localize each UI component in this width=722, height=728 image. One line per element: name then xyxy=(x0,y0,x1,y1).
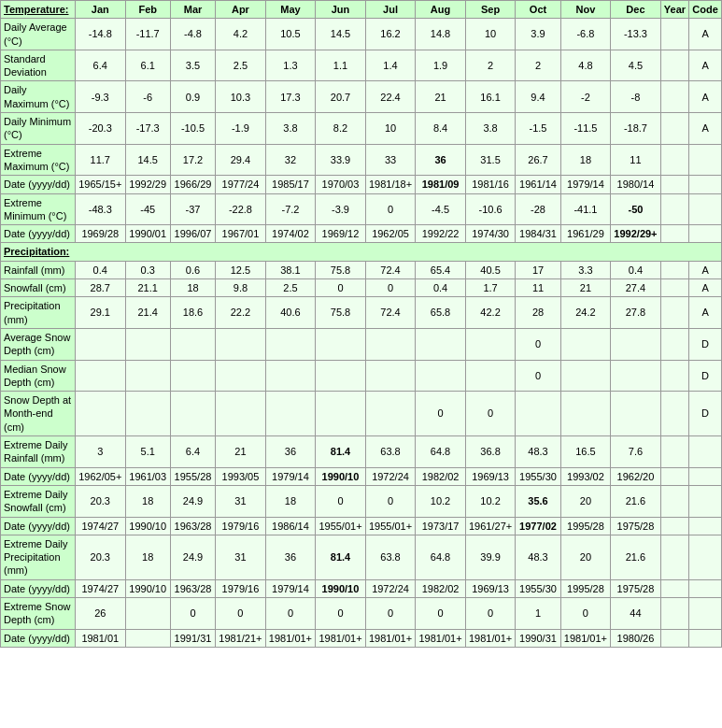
cell-r9-c8: 40.5 xyxy=(465,261,516,278)
cell-r4-c12 xyxy=(660,144,688,176)
cell-r20-c9: 1955/30 xyxy=(516,579,560,597)
cell-r4-c10: 18 xyxy=(560,144,611,176)
cell-r2-c10: -2 xyxy=(560,81,611,113)
cell-r0-c4: 10.5 xyxy=(265,19,316,50)
cell-r13-c9: 0 xyxy=(516,360,560,392)
cell-r9-c9: 17 xyxy=(516,261,560,278)
cell-r9-c1: 0.3 xyxy=(125,261,170,278)
cell-r0-c6: 16.2 xyxy=(365,19,416,50)
cell-r16-c3: 1993/05 xyxy=(216,467,266,485)
cell-r1-c3: 2.5 xyxy=(216,50,266,81)
cell-r20-c0: 1974/27 xyxy=(76,579,126,597)
cell-r10-c5: 0 xyxy=(316,279,366,297)
cell-r22-c10: 1981/01+ xyxy=(560,629,611,647)
cell-r5-c4: 1985/17 xyxy=(265,176,316,193)
cell-r18-c13 xyxy=(689,517,722,535)
cell-r17-c0: 20.3 xyxy=(76,485,126,517)
cell-r17-c2: 24.9 xyxy=(170,485,215,517)
cell-r4-c3: 29.4 xyxy=(216,144,266,176)
cell-r17-c12 xyxy=(660,485,688,517)
cell-r3-c10: -11.5 xyxy=(560,113,611,145)
col-header-dec: Dec xyxy=(611,1,661,19)
cell-r15-c7: 64.8 xyxy=(416,436,466,468)
cell-r22-c5: 1981/01+ xyxy=(316,629,366,647)
cell-r20-c4: 1979/14 xyxy=(265,579,316,597)
cell-r1-c6: 1.4 xyxy=(365,50,416,81)
cell-r2-c12 xyxy=(660,81,688,113)
table-row: Median Snow Depth (cm)0D xyxy=(1,360,722,392)
cell-r18-c10: 1995/28 xyxy=(560,517,611,535)
cell-r6-c8: -10.6 xyxy=(465,193,516,225)
cell-r1-c8: 2 xyxy=(465,50,516,81)
cell-r10-c3: 9.8 xyxy=(216,279,266,297)
cell-r11-c8: 42.2 xyxy=(465,297,516,329)
row-label-5: Date (yyyy/dd) xyxy=(1,176,76,193)
cell-r18-c5: 1955/01+ xyxy=(316,517,366,535)
cell-r17-c9: 35.6 xyxy=(516,485,560,517)
cell-r16-c7: 1982/02 xyxy=(416,467,466,485)
cell-r11-c12 xyxy=(660,297,688,329)
cell-r11-c6: 72.4 xyxy=(365,297,416,329)
cell-r3-c11: -18.7 xyxy=(611,113,661,145)
cell-r11-c5: 75.8 xyxy=(316,297,366,329)
cell-r14-c13: D xyxy=(689,392,722,436)
cell-r13-c13: D xyxy=(689,360,722,392)
cell-r4-c8: 31.5 xyxy=(465,144,516,176)
cell-r13-c8 xyxy=(465,360,516,392)
cell-r21-c13 xyxy=(689,597,722,629)
cell-r17-c6: 0 xyxy=(365,485,416,517)
cell-r7-c13 xyxy=(689,225,722,243)
cell-r19-c5: 81.4 xyxy=(316,535,366,579)
table-header-row: Temperature:JanFebMarAprMayJunJulAugSepO… xyxy=(1,1,722,19)
cell-r15-c3: 21 xyxy=(216,436,266,468)
cell-r16-c1: 1961/03 xyxy=(125,467,170,485)
row-label-14: Snow Depth at Month-end (cm) xyxy=(1,392,76,436)
cell-r17-c5: 0 xyxy=(316,485,366,517)
table-row: Precipitation: xyxy=(1,243,722,261)
cell-r5-c9: 1961/14 xyxy=(516,176,560,193)
cell-r17-c4: 18 xyxy=(265,485,316,517)
cell-r6-c7: -4.5 xyxy=(416,193,466,225)
cell-r7-c8: 1974/30 xyxy=(465,225,516,243)
cell-r2-c11: -8 xyxy=(611,81,661,113)
cell-r16-c6: 1972/24 xyxy=(365,467,416,485)
cell-r15-c10: 16.5 xyxy=(560,436,611,468)
cell-r20-c7: 1982/02 xyxy=(416,579,466,597)
cell-r22-c1 xyxy=(125,629,170,647)
cell-r12-c5 xyxy=(316,328,366,360)
col-header-aug: Aug xyxy=(416,1,466,19)
row-label-4: Extreme Maximum (°C) xyxy=(1,144,76,176)
cell-r12-c11 xyxy=(611,328,661,360)
cell-r15-c9: 48.3 xyxy=(516,436,560,468)
row-label-header: Temperature: xyxy=(1,1,76,19)
cell-r4-c5: 33.9 xyxy=(316,144,366,176)
cell-r21-c11: 44 xyxy=(611,597,661,629)
cell-r17-c3: 31 xyxy=(216,485,266,517)
cell-r10-c8: 1.7 xyxy=(465,279,516,297)
cell-r1-c12 xyxy=(660,50,688,81)
cell-r12-c12 xyxy=(660,328,688,360)
cell-r7-c0: 1969/28 xyxy=(76,225,126,243)
cell-r11-c2: 18.6 xyxy=(170,297,215,329)
row-label-10: Snowfall (cm) xyxy=(1,279,76,297)
cell-r4-c4: 32 xyxy=(265,144,316,176)
cell-r20-c3: 1979/16 xyxy=(216,579,266,597)
cell-r12-c4 xyxy=(265,328,316,360)
cell-r10-c6: 0 xyxy=(365,279,416,297)
cell-r3-c3: -1.9 xyxy=(216,113,266,145)
cell-r20-c12 xyxy=(660,579,688,597)
cell-r11-c3: 22.2 xyxy=(216,297,266,329)
cell-r0-c9: 3.9 xyxy=(516,19,560,50)
cell-r9-c10: 3.3 xyxy=(560,261,611,278)
cell-r21-c4: 0 xyxy=(265,597,316,629)
cell-r3-c4: 3.8 xyxy=(265,113,316,145)
cell-r0-c5: 14.5 xyxy=(316,19,366,50)
cell-r5-c13 xyxy=(689,176,722,193)
cell-r14-c12 xyxy=(660,392,688,436)
cell-r15-c2: 6.4 xyxy=(170,436,215,468)
cell-r21-c0: 26 xyxy=(76,597,126,629)
cell-r6-c12 xyxy=(660,193,688,225)
cell-r22-c4: 1981/01+ xyxy=(265,629,316,647)
row-label-12: Average Snow Depth (cm) xyxy=(1,328,76,360)
cell-r20-c11: 1975/28 xyxy=(611,579,661,597)
